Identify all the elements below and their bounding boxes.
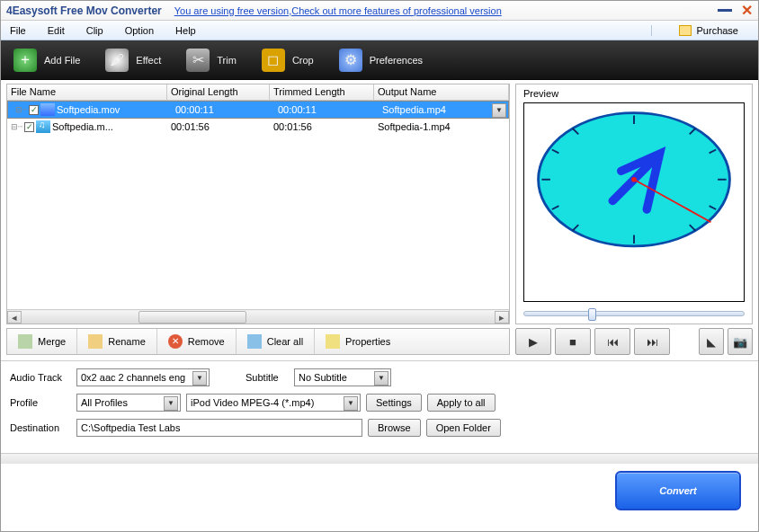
trimmed-length: 00:00:11 [274,104,379,115]
destination-label: Destination [10,422,71,433]
titlebar: 4Easysoft Free Mov Converter You are usi… [1,1,758,21]
close-icon[interactable]: ✕ [741,2,753,19]
preferences-button[interactable]: ⚙ Preferences [339,49,423,72]
camera-button[interactable]: 📷 [728,328,753,355]
menu-edit[interactable]: Edit [42,23,81,38]
profile-group-select[interactable]: All Profiles [76,394,181,412]
properties-button[interactable]: Properties [315,329,401,354]
play-button[interactable]: ▶ [515,328,551,355]
file-name: Softpedia.mov [57,104,120,115]
promo-link[interactable]: You are using free version,Check out mor… [174,5,718,16]
destination-input[interactable]: C:\Softpedia Test Labs [76,419,362,437]
merge-button[interactable]: Merge [7,329,77,354]
profile-label: Profile [10,397,71,408]
col-output-name[interactable]: Output Name [374,84,509,100]
next-button[interactable]: ⏭ [634,328,670,355]
statusbar [1,453,758,464]
menu-clip[interactable]: Clip [81,23,120,38]
original-length: 00:01:56 [167,121,270,132]
settings-area: Audio Track 0x2 aac 2 channels eng Subti… [1,360,758,453]
svg-point-14 [631,177,637,182]
purchase-label: Purchase [697,25,738,36]
profile-select[interactable]: iPod Video MPEG-4 (*.mp4) [186,394,361,412]
play-controls: ▶ ■ ⏮ ⏭ ◣ 📷 [515,328,753,355]
row-checkbox[interactable]: ✓ [29,105,39,115]
video-icon [40,103,55,116]
action-buttons: Merge Rename Remove Clear all Properties [6,328,510,355]
preview-image [523,102,745,302]
add-file-label: Add File [44,55,80,66]
preview-label: Preview [523,88,745,99]
file-name: Softpedia.m... [52,121,113,132]
audio-icon [36,120,50,133]
rename-button[interactable]: Rename [77,329,157,354]
effect-icon: 🖌 [105,49,129,72]
gear-icon: ⚙ [339,49,362,72]
menu-file[interactable]: File [4,23,42,38]
seek-thumb[interactable] [588,308,596,321]
col-file-name[interactable]: File Name [7,84,167,100]
remove-icon [168,334,183,349]
table-row[interactable]: ⊟┈✓Softpedia.mov00:00:1100:00:11Softpedi… [7,101,509,119]
snapshot-button[interactable]: ◣ [699,328,724,355]
cart-icon [679,25,692,36]
output-name: Softpedia-1.mp4 [374,121,509,132]
horizontal-scrollbar[interactable]: ◂ ▸ [7,309,509,324]
crop-button[interactable]: ◻ Crop [262,49,314,72]
apply-all-button[interactable]: Apply to all [427,394,496,412]
trimmed-length: 00:01:56 [270,121,374,132]
rename-icon [88,334,103,349]
original-length: 00:00:11 [172,104,274,115]
trim-icon: ✂ [186,49,210,72]
clear-all-icon [247,334,262,349]
open-folder-button[interactable]: Open Folder [426,419,501,437]
stop-button[interactable]: ■ [555,328,591,355]
file-list: File Name Original Length Trimmed Length… [6,84,510,324]
row-checkbox[interactable]: ✓ [24,122,34,132]
audio-track-select[interactable]: 0x2 aac 2 channels eng [76,368,210,386]
effect-button[interactable]: 🖌 Effect [105,49,161,72]
settings-button[interactable]: Settings [366,394,422,412]
file-rows[interactable]: ⊟┈✓Softpedia.mov00:00:1100:00:11Softpedi… [7,101,509,309]
audio-track-label: Audio Track [10,372,71,383]
seek-slider[interactable] [523,307,745,320]
clear-all-button[interactable]: Clear all [237,329,315,354]
preview-pane: Preview [515,84,753,324]
effect-label: Effect [136,55,161,66]
trim-label: Trim [217,55,237,66]
scroll-thumb[interactable] [138,311,246,324]
menu-option[interactable]: Option [120,23,170,38]
add-file-button[interactable]: ＋ Add File [13,49,80,72]
preferences-label: Preferences [370,55,423,66]
menubar: File Edit Clip Option Help Purchase [1,21,758,40]
scroll-right-icon[interactable]: ▸ [495,311,509,324]
table-row[interactable]: ⊟┈✓Softpedia.m...00:01:5600:01:56Softped… [7,119,509,135]
convert-button[interactable]: Convert [615,471,741,510]
add-file-icon: ＋ [13,49,37,72]
menu-help[interactable]: Help [170,23,212,38]
subtitle-select[interactable]: No Subtitle [294,368,391,386]
output-name: Softpedia.mp4 [379,104,505,115]
crop-icon: ◻ [262,49,285,72]
col-trimmed-length[interactable]: Trimmed Length [270,84,374,100]
scroll-left-icon[interactable]: ◂ [7,311,22,324]
trim-button[interactable]: ✂ Trim [186,49,237,72]
prev-button[interactable]: ⏮ [594,328,630,355]
column-headers: File Name Original Length Trimmed Length… [7,84,509,101]
toolbar: ＋ Add File 🖌 Effect ✂ Trim ◻ Crop ⚙ Pref… [1,40,758,80]
app-title: 4Easysoft Free Mov Converter [6,4,162,17]
properties-icon [326,334,340,349]
purchase-button[interactable]: Purchase [651,25,755,36]
subtitle-label: Subtitle [246,372,289,383]
col-original-length[interactable]: Original Length [167,84,270,100]
minimize-icon[interactable] [718,9,732,12]
remove-button[interactable]: Remove [157,329,237,354]
crop-label: Crop [292,55,314,66]
browse-button[interactable]: Browse [368,419,421,437]
merge-icon [18,334,32,349]
